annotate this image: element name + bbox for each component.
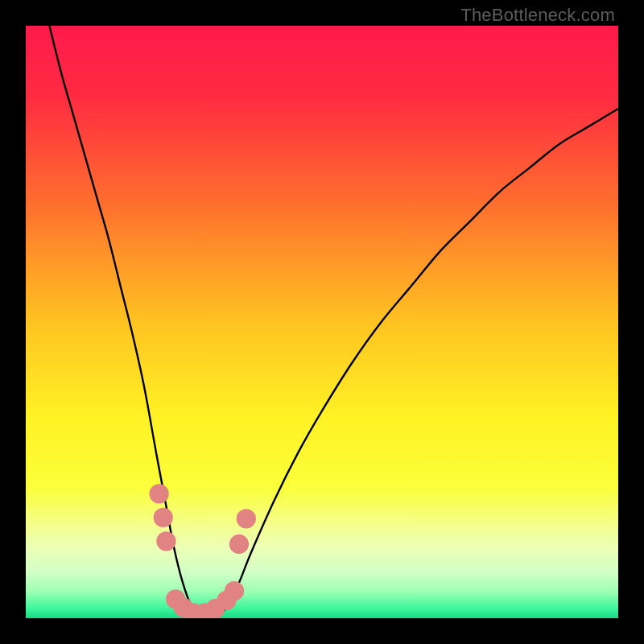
marker-dot: [156, 531, 175, 551]
marker-dot: [225, 581, 244, 601]
chart-frame: TheBottleneck.com: [0, 0, 644, 644]
chart-svg: [26, 26, 618, 618]
plot-area: [26, 26, 618, 618]
watermark-text: TheBottleneck.com: [460, 5, 615, 26]
marker-dot: [149, 484, 168, 503]
marker-dot: [237, 509, 256, 528]
marker-dot: [154, 508, 173, 527]
bottleneck-curve: [49, 26, 618, 618]
marker-dot: [229, 535, 249, 554]
